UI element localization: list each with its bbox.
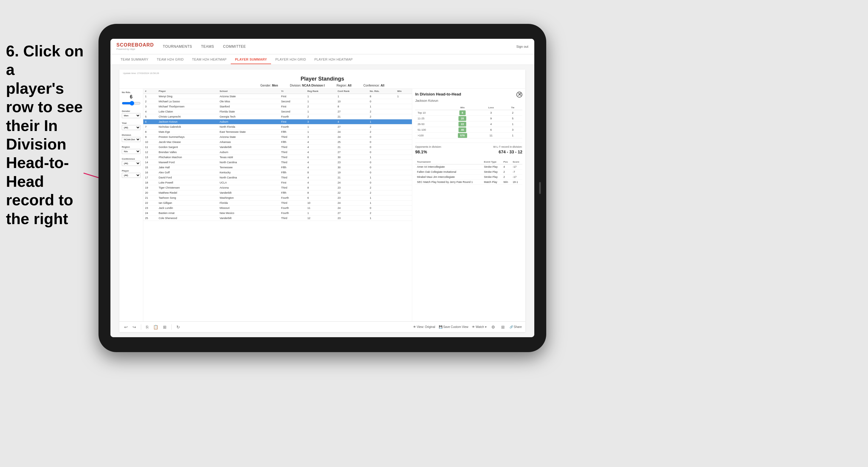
table-row[interactable]: 13 Phichaksn Maichon Texas A&M Third 6 3…: [143, 155, 412, 160]
format-button[interactable]: ⊞: [162, 324, 168, 330]
h2h-col-loss: Loss: [479, 105, 503, 110]
player-select[interactable]: (All): [122, 173, 141, 178]
paste-button[interactable]: 📋: [152, 324, 159, 330]
h2h-col-rank: [415, 105, 446, 110]
col-yr: Yr: [279, 89, 306, 94]
conference-filter: Conference: All: [364, 84, 384, 87]
division-label: Division: [122, 134, 141, 136]
conference-section: Conference (All): [122, 158, 141, 166]
table-row[interactable]: 22 Ian Gilligan Florida Third 10 24 1: [143, 200, 412, 206]
table-row[interactable]: 1 Wenyi Ding Arizona State First 1 1 8 1: [143, 94, 412, 99]
tournament-row: Amer Ari Intercollegiate Stroke Play 4 -…: [415, 164, 522, 169]
year-select[interactable]: (All): [122, 125, 141, 130]
region-section: Region N/a: [122, 146, 141, 154]
table-row[interactable]: 24 Bastien Amat New Mexico Fourth 1 27 2: [143, 211, 412, 216]
table-row[interactable]: 23 Jack Lundin Missouri Fourth 11 24 0: [143, 206, 412, 211]
copy-button[interactable]: ⎘: [145, 324, 150, 330]
gender-select[interactable]: Men: [122, 113, 141, 118]
tournament-row: Fallen Oak Collegiate Invitational Strok…: [415, 169, 522, 175]
table-row[interactable]: 4 Luke Claton Florida State Second 1 27 …: [143, 109, 412, 114]
table-row[interactable]: 20 Matthew Riedel Vanderbilt Fifth 8 22 …: [143, 190, 412, 195]
division-select[interactable]: NCAA Division I: [122, 137, 141, 142]
table-row[interactable]: 9 Preston Summerhays Arizona State Third…: [143, 134, 412, 139]
toolbar-right: 👁 View: Original 💾 Save Custom View 👁 Wa…: [413, 324, 522, 330]
table-row[interactable]: 2 Michael La Sasso Ole Miss Second 1 10 …: [143, 99, 412, 104]
table-row[interactable]: 3 Michael Thorbjornsen Stanford First 2 …: [143, 104, 412, 109]
table-row[interactable]: 6 Jackson Koivun Auburn First 3 4 1: [143, 119, 412, 124]
h2h-close-button[interactable]: ✕: [516, 92, 522, 98]
sign-out-button[interactable]: Sign out: [516, 45, 528, 48]
conference-select[interactable]: (All): [122, 161, 141, 166]
table-row[interactable]: 16 Alex Goff Kentucky Fifth 8 19 0: [143, 170, 412, 175]
col-win: Win: [396, 89, 412, 94]
rounds-slider[interactable]: [122, 101, 141, 106]
nav-items: TOURNAMENTS TEAMS COMMITTEE: [163, 43, 516, 50]
nav-committee[interactable]: COMMITTEE: [223, 43, 246, 50]
table-row[interactable]: 19 Tiger Christensen Arizona Third 8 23 …: [143, 185, 412, 190]
table-row[interactable]: 8 Mats Ege East Tennessee State Fifth 1 …: [143, 129, 412, 134]
gender-section: Gender Men: [122, 110, 141, 118]
instruction-text: 6. Click on a player's row to see their …: [0, 36, 93, 234]
h2h-col-tie: Tie: [503, 105, 522, 110]
standings-body: No Rds. 6 Gender Men Year: [119, 89, 525, 321]
h2h-table-row: >100 578 11 1: [415, 133, 522, 138]
table-row[interactable]: 25 Cole Sherwood Vanderbilt Third 12 23 …: [143, 216, 412, 221]
standings-table: # Player School Yr Reg Rank Conf Rank No…: [143, 89, 412, 221]
refresh-button[interactable]: ↻: [175, 324, 181, 330]
tab-team-h2h-heatmap[interactable]: TEAM H2H HEATMAP: [188, 55, 231, 64]
col-num: #: [143, 89, 157, 94]
col-rds: No. Rds.: [368, 89, 396, 94]
update-time: Update time: 27/03/2024 16:56:26: [123, 72, 522, 74]
save-custom-btn[interactable]: 💾 Save Custom View: [439, 325, 468, 329]
share-btn[interactable]: 🔗 Share: [509, 325, 522, 329]
toolbar-divider-2: [171, 324, 172, 330]
table-row[interactable]: 17 David Ford North Carolina Third 4 21 …: [143, 175, 412, 180]
sub-nav: TEAM SUMMARY TEAM H2H GRID TEAM H2H HEAT…: [111, 54, 534, 65]
nav-tournaments[interactable]: TOURNAMENTS: [163, 43, 192, 50]
player-label: Player: [122, 169, 141, 172]
view-original-btn[interactable]: 👁 View: Original: [413, 325, 435, 329]
h2h-table: Win Loss Tie Top 10 8 3 2 11-25 20 9 5 2…: [415, 105, 522, 138]
filter-row: Gender: Men Division: NCAA Division I Re…: [123, 84, 522, 87]
tab-player-h2h-heatmap[interactable]: PLAYER H2H HEATMAP: [310, 55, 357, 64]
divider-1: [415, 143, 522, 143]
rounds-value: 6: [122, 94, 141, 100]
tab-player-summary[interactable]: PLAYER SUMMARY: [231, 55, 271, 64]
wlt-label: W-L-T record in-division:: [493, 145, 522, 148]
tablet-screen: SCOREBOARD Powered by clippi TOURNAMENTS…: [111, 39, 534, 337]
region-select[interactable]: N/a: [122, 149, 141, 154]
grid-icon[interactable]: ⊞: [500, 324, 506, 330]
opponents-label: Opponents in division:: [415, 145, 442, 148]
settings-icon[interactable]: ⚙: [490, 324, 496, 330]
region-label: Region: [122, 146, 141, 148]
gender-label: Gender: [122, 110, 141, 113]
logo-sub: Powered by clippi: [116, 48, 154, 51]
table-row[interactable]: 21 Taehoon Song Washington Fourth 6 23 1: [143, 195, 412, 200]
tab-team-h2h-grid[interactable]: TEAM H2H GRID: [153, 55, 188, 64]
nav-teams[interactable]: TEAMS: [201, 43, 214, 50]
h2h-table-row: Top 10 8 3 2: [415, 110, 522, 116]
table-row[interactable]: 7 Nicholas Gabrelcik North Florida Fourt…: [143, 124, 412, 129]
opponents-pct: 98.1%: [415, 150, 427, 154]
table-row[interactable]: 11 Gordon Sargent Vanderbilt Third 4 21 …: [143, 145, 412, 150]
redo-button[interactable]: ↪: [131, 324, 137, 330]
tablet-side-button[interactable]: [539, 182, 541, 194]
table-row[interactable]: 18 Luke Powell UCLA First 4 24 0: [143, 180, 412, 185]
h2h-player-name: Jackson Koivun: [415, 99, 522, 102]
table-row[interactable]: 14 Maxwell Ford North Carolina Third 4 2…: [143, 160, 412, 165]
table-row[interactable]: 10 Jacob Mac Diease Arkansas Fifth 4 25 …: [143, 139, 412, 145]
h2h-table-row: 11-25 20 9 5: [415, 116, 522, 121]
undo-button[interactable]: ↩: [123, 324, 129, 330]
h2h-table-row: 51-100 46 6 3: [415, 127, 522, 133]
year-section: Year (All): [122, 122, 141, 130]
table-row[interactable]: 5 Christo Lamprecht Georgia Tech Fourth …: [143, 114, 412, 119]
watch-btn[interactable]: 👁 Watch ▾: [472, 325, 487, 329]
gender-filter: Gender: Men: [260, 84, 278, 87]
region-filter: Region: All: [337, 84, 352, 87]
top-nav: SCOREBOARD Powered by clippi TOURNAMENTS…: [111, 39, 534, 54]
table-row[interactable]: 12 Brendan Valles Auburn Third 4 27 0: [143, 150, 412, 155]
division-section: Division NCAA Division I: [122, 134, 141, 142]
tab-player-h2h-grid[interactable]: PLAYER H2H GRID: [271, 55, 310, 64]
tab-team-summary[interactable]: TEAM SUMMARY: [116, 55, 153, 64]
table-row[interactable]: 15 Jake Hall Tennessee Fifth 4 30 0: [143, 165, 412, 170]
